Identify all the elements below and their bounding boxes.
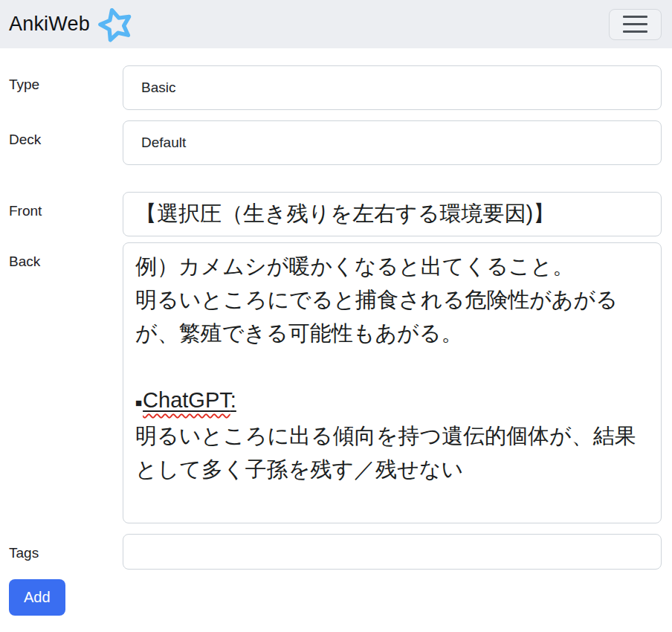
brand-title: AnkiWeb (9, 13, 90, 36)
square-bullet-icon: ■ (135, 396, 143, 409)
back-label: Back (0, 242, 123, 270)
tags-label: Tags (0, 534, 123, 561)
back-row: Back 例）カメムシが暖かくなると出てくること。 明るいところにでると捕食され… (0, 242, 672, 523)
front-input[interactable]: 【選択圧（生き残りを左右する環境要因)】 (123, 192, 662, 236)
star-logo-icon (97, 7, 135, 44)
back-line: 明るいところにでると捕食される危険性があがる (135, 283, 649, 317)
back-line: として多く子孫を残す／残せない (135, 453, 649, 486)
deck-select[interactable]: Default (123, 120, 662, 165)
back-line: 明るいところに出る傾向を持つ遺伝的個体が、結果 (135, 419, 649, 453)
type-label: Type (0, 65, 123, 93)
tags-row: Tags (0, 534, 672, 570)
back-chatgpt-line: ■ChatGPT: (135, 384, 649, 419)
front-row: Front 【選択圧（生き残りを左右する環境要因)】 (0, 192, 672, 236)
deck-label: Deck (0, 120, 123, 148)
back-line: 例）カメムシが暖かくなると出てくること。 (135, 250, 649, 283)
type-select[interactable]: Basic (123, 65, 662, 110)
back-input[interactable]: 例）カメムシが暖かくなると出てくること。 明るいところにでると捕食される危険性が… (123, 242, 662, 523)
add-card-form: Type Basic Deck Default Front 【選択圧（生き残りを… (0, 48, 672, 616)
app-header: AnkiWeb (0, 0, 672, 48)
brand-link[interactable]: AnkiWeb (9, 5, 135, 44)
back-blank-line (135, 350, 649, 384)
back-chatgpt-colon: : (230, 388, 236, 412)
type-row: Type Basic (0, 65, 672, 110)
back-chatgpt-word: ChatGPT (143, 388, 230, 412)
back-line: が、繁殖できる可能性もあがる。 (135, 317, 649, 350)
deck-row: Deck Default (0, 120, 672, 165)
add-button[interactable]: Add (9, 579, 65, 616)
tags-input[interactable] (123, 534, 662, 570)
front-label: Front (0, 192, 123, 219)
menu-button[interactable] (609, 9, 662, 40)
hamburger-icon (623, 16, 647, 33)
